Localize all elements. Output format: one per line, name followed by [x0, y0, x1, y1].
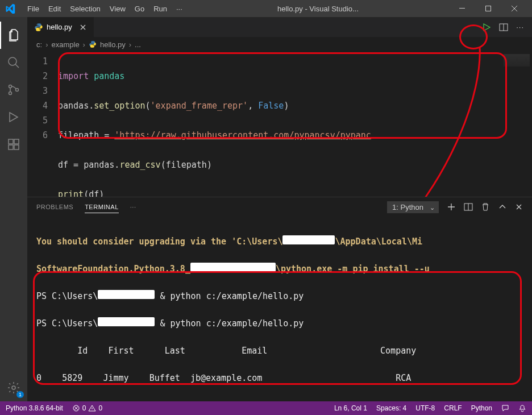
status-problems[interactable]: 0 0 [72, 404, 102, 412]
split-editor-icon[interactable] [499, 23, 508, 32]
run-file-icon[interactable] [482, 23, 491, 32]
svg-rect-1 [486, 6, 491, 11]
activity-run-debug[interactable] [0, 103, 27, 131]
minimap[interactable] [500, 52, 532, 197]
status-encoding[interactable]: UTF-8 [415, 404, 435, 412]
menu-go[interactable]: Go [130, 5, 149, 13]
chevron-down-icon: ⌄ [430, 204, 435, 211]
tab-hello-py[interactable]: hello.py [27, 17, 94, 37]
titlebar: File Edit Selection View Go Run ··· hell… [0, 0, 532, 17]
svg-point-10 [12, 386, 15, 389]
chevron-right-icon: › [83, 40, 85, 49]
menu-selection[interactable]: Selection [65, 5, 105, 13]
terminal-kill-icon[interactable] [481, 202, 490, 211]
terminal-new-icon[interactable] [447, 202, 456, 211]
svg-rect-6 [9, 139, 13, 144]
window-maximize-icon[interactable] [475, 0, 501, 17]
panel-tab-terminal[interactable]: TERMINAL [85, 201, 119, 213]
activity-search[interactable] [0, 49, 27, 76]
python-file-icon [89, 40, 97, 48]
svg-rect-0 [459, 8, 465, 9]
breadcrumb-seg[interactable]: ... [135, 40, 141, 49]
status-feedback-icon[interactable] [501, 404, 509, 412]
breadcrumbs[interactable]: c: › example › hello.py › ... [27, 37, 532, 52]
line-gutter: 123456 [27, 52, 58, 197]
panel-close-icon[interactable] [515, 203, 523, 211]
code-content[interactable]: import pandas pandas.set_option('expand_… [58, 52, 500, 197]
svg-rect-8 [14, 145, 19, 150]
editor-more-icon[interactable]: ··· [516, 23, 524, 31]
activity-source-control[interactable] [0, 76, 27, 103]
menu-view[interactable]: View [105, 5, 130, 13]
code-editor[interactable]: 123456 import pandas pandas.set_option('… [27, 52, 532, 197]
svg-point-3 [9, 85, 12, 88]
editor-area: hello.py ··· c: › example › [27, 17, 532, 401]
status-bell-icon[interactable] [518, 404, 526, 412]
terminal-selector[interactable]: 1: Python ⌄ [387, 201, 439, 213]
python-file-icon [34, 23, 43, 32]
panel-tabs: PROBLEMS TERMINAL ··· 1: Python ⌄ [27, 197, 532, 217]
window-title: hello.py - Visual Studio... [187, 5, 449, 13]
svg-point-5 [16, 89, 19, 92]
menu-run[interactable]: Run [149, 5, 172, 13]
terminal-output[interactable]: You should consider upgrading via the 'C… [27, 217, 532, 401]
terminal-split-icon[interactable] [464, 202, 473, 211]
panel-tab-more[interactable]: ··· [130, 201, 136, 213]
svg-point-4 [9, 92, 12, 95]
breadcrumb-seg[interactable]: example [51, 40, 79, 49]
status-lang[interactable]: Python [471, 404, 492, 412]
activity-bar [0, 17, 27, 401]
svg-point-2 [9, 57, 16, 65]
status-lncol[interactable]: Ln 6, Col 1 [334, 404, 367, 412]
chevron-right-icon: › [45, 40, 48, 49]
editor-tabs: hello.py ··· [27, 17, 532, 37]
menu-file[interactable]: File [23, 5, 44, 13]
panel-tab-problems[interactable]: PROBLEMS [36, 201, 73, 213]
window-close-icon[interactable] [501, 0, 527, 17]
svg-rect-7 [9, 145, 13, 150]
window-minimize-icon[interactable] [449, 0, 475, 17]
status-bar: Python 3.8.6 64-bit 0 0 Ln 6, Col 1 Spac… [0, 401, 532, 415]
activity-explorer[interactable] [0, 22, 27, 49]
status-python-version[interactable]: Python 3.8.6 64-bit [6, 404, 63, 412]
panel: PROBLEMS TERMINAL ··· 1: Python ⌄ You sh… [27, 197, 532, 401]
menu-overflow[interactable]: ··· [172, 5, 187, 13]
chevron-right-icon: › [129, 40, 131, 49]
breadcrumb-seg[interactable]: hello.py [100, 40, 126, 49]
tab-close-icon[interactable] [79, 23, 87, 31]
status-spaces[interactable]: Spaces: 4 [376, 404, 406, 412]
activity-manage[interactable] [0, 374, 27, 401]
status-eol[interactable]: CRLF [444, 404, 462, 412]
menu-edit[interactable]: Edit [44, 5, 65, 13]
svg-rect-9 [14, 139, 19, 144]
breadcrumb-seg[interactable]: c: [36, 40, 42, 49]
panel-maximize-icon[interactable] [498, 202, 507, 211]
tab-label: hello.py [47, 23, 72, 31]
activity-extensions[interactable] [0, 131, 27, 158]
vscode-logo-icon [5, 3, 16, 14]
